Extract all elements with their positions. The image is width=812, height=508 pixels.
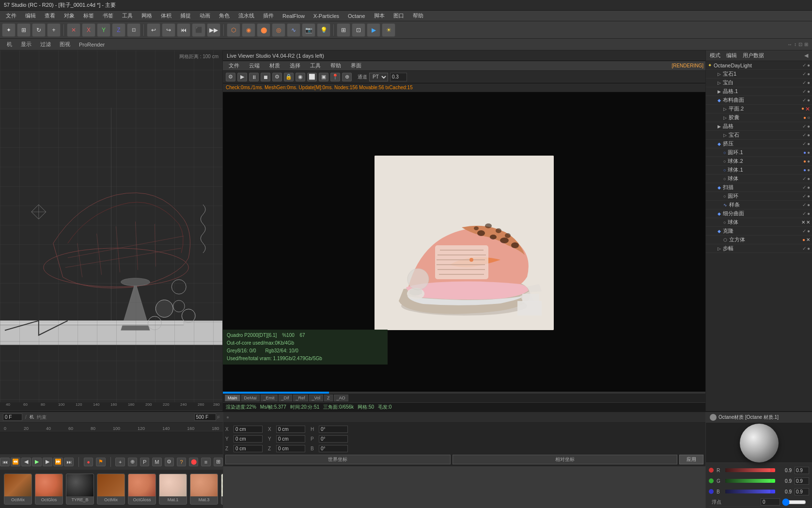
- tl-next-key-btn[interactable]: ⏩: [53, 458, 63, 466]
- menu-view[interactable]: 查看: [41, 11, 59, 20]
- tree-item-subdivsurf[interactable]: ◆ 细分曲面 ✓●: [706, 209, 812, 218]
- mat-float-input[interactable]: [761, 498, 780, 506]
- undo-btn[interactable]: ↩: [147, 23, 160, 37]
- menu-realflow[interactable]: RealFlow: [279, 12, 309, 20]
- tl-prev-btn[interactable]: ◀: [21, 458, 31, 466]
- mat-octmix[interactable]: OctMix: [4, 474, 32, 505]
- color-g-track[interactable]: [725, 479, 775, 483]
- menu-xparticles[interactable]: X-Particles: [310, 12, 343, 20]
- tl-last-btn[interactable]: ⏭: [64, 458, 74, 466]
- chan-z[interactable]: Z: [324, 395, 333, 401]
- world-btn[interactable]: 世界坐标: [225, 455, 451, 464]
- coord-y-input[interactable]: [234, 435, 263, 443]
- ov-pin2-btn[interactable]: ⊕: [342, 73, 352, 81]
- ov-pause-btn[interactable]: ⏸: [249, 73, 259, 81]
- mat-octmix2[interactable]: OctMix: [97, 474, 125, 505]
- render-final-btn[interactable]: ▶: [367, 23, 380, 37]
- mat-octglos2[interactable]: OctGloss: [128, 474, 156, 505]
- pass-value-input[interactable]: [390, 73, 407, 81]
- color-r-track[interactable]: [725, 468, 775, 472]
- ov-menu-tools[interactable]: 工具: [306, 61, 325, 70]
- color-b-input[interactable]: [795, 488, 809, 495]
- camera-btn[interactable]: 📷: [302, 23, 315, 37]
- color-r-input[interactable]: [795, 467, 809, 474]
- prev-btn[interactable]: ⏮: [177, 23, 190, 37]
- ov-menu-mat[interactable]: 材质: [265, 61, 284, 70]
- tl-play-btn[interactable]: ▶: [32, 458, 42, 466]
- menu-object[interactable]: 对象: [60, 11, 78, 20]
- menu-plugin[interactable]: 插件: [259, 11, 278, 20]
- tree-item-sphere[interactable]: ○ 球体 ✓●: [706, 175, 812, 183]
- chan-demai[interactable]: DeMai: [241, 395, 260, 401]
- tree-item-plane2[interactable]: ▷ 平面.2 ● ✕: [706, 105, 812, 113]
- tl-plus-btn[interactable]: +: [115, 458, 125, 466]
- tree-item-sphere2[interactable]: ○ 球体.2 ● ●: [706, 157, 812, 166]
- coord-btn[interactable]: ⊡: [127, 23, 141, 37]
- sub-item-display[interactable]: 显示: [18, 40, 34, 49]
- ov-menu-cloud[interactable]: 云端: [245, 61, 264, 70]
- menu-file[interactable]: 文件: [2, 11, 20, 20]
- cube-btn[interactable]: ⬡: [227, 23, 240, 37]
- tree-item-daylight[interactable]: ✦ OctaneDayLight ✓●: [706, 61, 812, 70]
- ov-stop-btn[interactable]: ⏹: [261, 73, 270, 81]
- chan-dif[interactable]: _Dif: [279, 395, 292, 401]
- tl-autokey-btn[interactable]: ⚑: [96, 458, 105, 466]
- menu-pipeline[interactable]: 流水线: [234, 11, 258, 20]
- tree-item-cube[interactable]: ⬡ 立方体 ● ✕: [706, 236, 812, 244]
- color-g-input[interactable]: [795, 477, 809, 485]
- pass-select[interactable]: PT: [369, 73, 388, 81]
- ov-menu-interface[interactable]: 界面: [347, 61, 365, 70]
- coord-rp-input[interactable]: [319, 435, 348, 443]
- apply-btn[interactable]: 应用: [679, 455, 703, 464]
- tree-item-extrude[interactable]: ◆ 挤压 ✓●: [706, 140, 812, 148]
- sphere-btn[interactable]: ◉: [242, 23, 255, 37]
- sub-item-filter[interactable]: 过滤: [37, 40, 54, 49]
- ov-menu-file[interactable]: 文件: [225, 61, 243, 70]
- menu-snap[interactable]: 捕捉: [176, 11, 195, 20]
- menu-char[interactable]: 角色: [215, 11, 234, 20]
- tl-mode-btn[interactable]: P: [140, 458, 149, 466]
- sub-item-layout[interactable]: 图视: [57, 40, 73, 49]
- menu-animate[interactable]: 动画: [196, 11, 214, 20]
- local-btn[interactable]: 相对坐标: [453, 455, 678, 464]
- menu-tools[interactable]: 工具: [118, 11, 137, 20]
- tree-item-spline[interactable]: ∿ 样条 ✓●: [706, 201, 812, 209]
- sub-item-machine[interactable]: 机: [4, 40, 15, 49]
- chan-main[interactable]: Main: [225, 395, 240, 401]
- new-btn[interactable]: ✦: [2, 23, 16, 37]
- tree-item-sphere3[interactable]: ○ 球体 ✕ ✕: [706, 218, 812, 227]
- ov-rect2-btn[interactable]: ▣: [319, 73, 328, 81]
- scene-mode-tab[interactable]: 模式: [710, 52, 720, 59]
- render-all-btn[interactable]: ▶▶: [207, 23, 220, 37]
- tree-item-torus1[interactable]: ○ 圆环.1 ● ●: [706, 148, 812, 157]
- x-axis-btn[interactable]: X: [82, 23, 95, 37]
- ov-circle-btn[interactable]: ◉: [296, 73, 305, 81]
- tl-help-btn[interactable]: ?: [177, 458, 186, 466]
- tl-prev-key-btn[interactable]: ⏪: [11, 458, 20, 466]
- display-btn[interactable]: ⊞: [337, 23, 350, 37]
- ov-menu-select[interactable]: 选择: [286, 61, 304, 70]
- chan-ref[interactable]: _Ref: [293, 395, 308, 401]
- coord-rh-input[interactable]: [319, 426, 348, 433]
- menu-script[interactable]: 脚本: [370, 11, 389, 20]
- redo-btn[interactable]: ↪: [162, 23, 175, 37]
- scene-edit-tab[interactable]: 编辑: [726, 52, 737, 59]
- mat-mat1[interactable]: Mat.1: [159, 474, 187, 505]
- ov-play-btn[interactable]: ▶: [237, 73, 247, 81]
- sun-btn[interactable]: ☀: [382, 23, 395, 37]
- menu-edit[interactable]: 编辑: [21, 11, 40, 20]
- cylinder-btn[interactable]: ⬤: [257, 23, 270, 37]
- render-preview-btn[interactable]: ⊡: [352, 23, 365, 37]
- light-btn[interactable]: 💡: [317, 23, 330, 37]
- tree-item-lattice[interactable]: ▶ 晶格 ✓●: [706, 122, 812, 131]
- sub-item-prorender[interactable]: ProRender: [76, 41, 108, 48]
- torus-btn[interactable]: ◎: [272, 23, 285, 37]
- coord-x-input[interactable]: [234, 426, 263, 433]
- menu-octane[interactable]: Octane: [344, 12, 369, 20]
- ov-settings-btn[interactable]: ⚙: [226, 73, 235, 81]
- menu-bookmark[interactable]: 书签: [99, 11, 117, 20]
- chan-vol[interactable]: _Vol: [309, 395, 324, 401]
- render-area[interactable]: Quadro P2000[DT][6.1] %100 67 Out-of-cor…: [223, 92, 705, 394]
- menu-mesh[interactable]: 网格: [138, 11, 156, 20]
- spline-btn[interactable]: ∿: [287, 23, 300, 37]
